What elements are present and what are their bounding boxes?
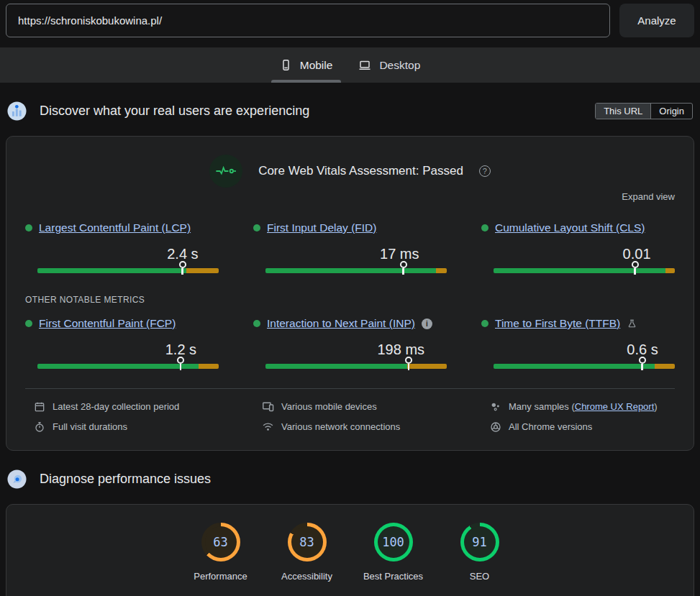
desktop-icon: [358, 59, 371, 72]
p75-marker-icon: [632, 261, 639, 275]
metric-distribution-bar: [37, 268, 219, 273]
network-icon: [262, 421, 274, 433]
gauge-ring: 91: [460, 523, 499, 561]
tab-mobile[interactable]: Mobile: [269, 47, 344, 83]
legend-text: Full visit durations: [53, 421, 127, 432]
tab-desktop-label: Desktop: [379, 59, 420, 72]
pulse-icon: [215, 166, 237, 176]
analyze-button[interactable]: Analyze: [619, 4, 694, 37]
metric-status-dot: [253, 224, 260, 231]
scope-this-url-button[interactable]: This URL: [596, 104, 650, 119]
field-section-header: Discover what your real users are experi…: [0, 99, 700, 122]
metric-inp-value: 198 ms: [377, 341, 424, 358]
p75-marker-icon: [179, 261, 186, 275]
metric-status-dot: [481, 224, 488, 231]
help-icon[interactable]: ?: [479, 165, 491, 177]
other-metrics-row: First Contentful Paint (FCP) 1.2 s Inter…: [6, 317, 694, 369]
metric-status-dot: [25, 224, 32, 231]
gauge-score: 63: [213, 535, 227, 549]
gauge-performance[interactable]: 63 Performance: [178, 523, 264, 582]
info-icon[interactable]: i: [422, 318, 432, 329]
metric-inp-link[interactable]: Interaction to Next Paint (INP): [267, 317, 415, 330]
field-data-card: Core Web Vitals Assessment: Passed ? Exp…: [6, 136, 694, 451]
metric-distribution-bar: [265, 364, 447, 369]
cwv-assessment-title: Core Web Vitals Assessment: Passed: [258, 164, 463, 178]
legend-network: Various network connections: [253, 421, 447, 433]
devices-icon: [262, 400, 274, 413]
pulse-badge: [209, 155, 242, 188]
legend-text: Latest 28-day collection period: [53, 401, 179, 412]
metric-cls-link[interactable]: Cumulative Layout Shift (CLS): [495, 221, 645, 234]
legend-text: All Chrome versions: [509, 421, 592, 432]
metric-distribution-bar: [37, 364, 219, 369]
legend-samples: Many samples (Chrome UX Report): [481, 400, 675, 413]
metric-lcp-link[interactable]: Largest Contentful Paint (LCP): [39, 221, 191, 234]
other-metrics-heading: OTHER NOTABLE METRICS: [25, 295, 694, 305]
lab-section-title: Diagnose performance issues: [40, 472, 693, 487]
legend-text: Various mobile devices: [281, 401, 377, 412]
metric-status-dot: [253, 320, 260, 327]
flask-icon: [627, 318, 637, 329]
gauge-ring: 100: [374, 523, 413, 561]
gauge-accessibility[interactable]: 83 Accessibility: [264, 523, 350, 582]
gauge-score: 83: [299, 535, 314, 549]
metric-fcp: First Contentful Paint (FCP) 1.2 s: [25, 317, 219, 369]
gauge-ring: 63: [201, 523, 240, 561]
metric-distribution-bar: [494, 268, 675, 273]
metric-distribution-bar: [494, 364, 675, 369]
tab-desktop[interactable]: Desktop: [347, 47, 431, 83]
metric-fid: First Input Delay (FID) 17 ms: [253, 221, 447, 273]
lab-section-header: Diagnose performance issues: [0, 467, 700, 490]
metric-ttfb-link[interactable]: Time to First Byte (TTFB): [495, 317, 620, 330]
lab-data-card: 63 Performance 83 Accessibility 100 Best…: [6, 504, 694, 596]
metric-fcp-value: 1.2 s: [165, 341, 196, 358]
legend-chrome-versions: All Chrome versions: [481, 421, 675, 433]
metric-cls-value: 0.01: [623, 246, 651, 262]
metric-fid-link[interactable]: First Input Delay (FID): [267, 221, 376, 234]
expand-view-button[interactable]: Expand view: [6, 191, 694, 202]
metric-ttfb-value: 0.6 s: [627, 341, 658, 358]
legend-text: Various network connections: [281, 421, 400, 432]
device-tabbar: Mobile Desktop: [0, 47, 700, 83]
diagnose-gauge-icon: [7, 469, 27, 489]
top-bar: Analyze: [0, 0, 700, 37]
scope-toggle: This URL Origin: [595, 103, 693, 119]
metric-status-dot: [25, 320, 32, 327]
gauge-score: 91: [472, 535, 486, 549]
timer-icon: [34, 421, 45, 433]
metric-lcp: Largest Contentful Paint (LCP) 2.4 s: [25, 221, 219, 273]
p75-marker-icon: [400, 261, 407, 275]
gauge-score: 100: [382, 535, 404, 549]
crux-report-link[interactable]: Chrome UX Report: [575, 401, 655, 412]
p75-marker-icon: [177, 357, 184, 370]
p75-marker-icon: [405, 357, 412, 370]
category-gauges: 63 Performance 83 Accessibility 100 Best…: [6, 523, 694, 582]
legend-text: Many samples (Chrome UX Report): [509, 401, 658, 412]
url-input[interactable]: [6, 4, 610, 37]
gauge-ring: 83: [288, 523, 327, 561]
samples-icon: [490, 401, 501, 413]
gauge-seo[interactable]: 91 SEO: [437, 523, 523, 582]
gauge-label: SEO: [470, 571, 489, 582]
legend-collection-period: Latest 28-day collection period: [25, 400, 219, 413]
metric-cls: Cumulative Layout Shift (CLS) 0.01: [481, 221, 675, 273]
mobile-phone-icon: [280, 59, 292, 71]
gauge-best-practices[interactable]: 100 Best Practices: [350, 523, 437, 582]
metric-distribution-bar: [265, 268, 447, 273]
chrome-icon: [490, 421, 501, 433]
gauge-label: Best Practices: [363, 571, 423, 582]
field-section-title: Discover what your real users are experi…: [40, 104, 595, 119]
tab-mobile-label: Mobile: [300, 59, 333, 72]
legend-text-prefix: Many samples (: [509, 401, 575, 412]
scope-origin-button[interactable]: Origin: [650, 104, 692, 119]
data-source-legend: Latest 28-day collection period Various …: [6, 389, 694, 450]
core-metrics-row: Largest Contentful Paint (LCP) 2.4 s Fir…: [6, 221, 694, 273]
cwv-assessment-header: Core Web Vitals Assessment: Passed ?: [6, 155, 694, 188]
legend-devices: Various mobile devices: [253, 400, 447, 413]
metric-fcp-link[interactable]: First Contentful Paint (FCP): [39, 317, 176, 330]
metric-ttfb: Time to First Byte (TTFB) 0.6 s: [481, 317, 675, 369]
metric-inp: Interaction to Next Paint (INP) i 198 ms: [253, 317, 447, 369]
metric-status-dot: [481, 320, 488, 327]
gauge-label: Performance: [194, 571, 247, 582]
legend-text-suffix: ): [654, 401, 657, 412]
